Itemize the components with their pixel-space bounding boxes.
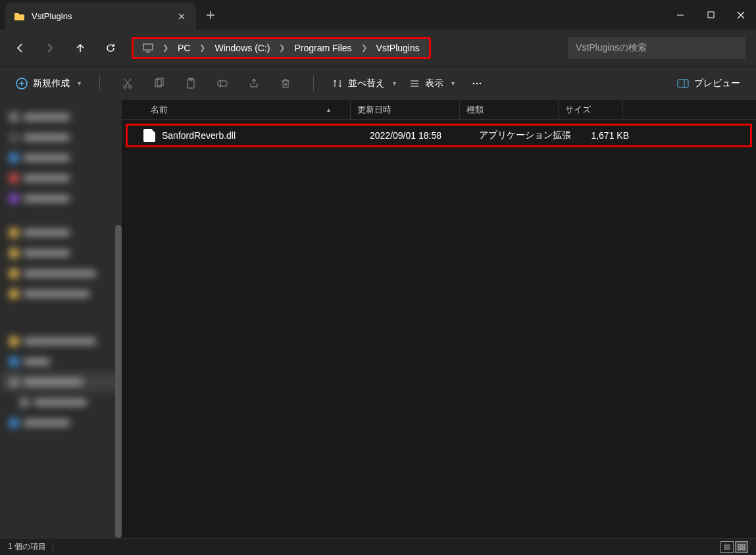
details-view-button[interactable] — [720, 541, 734, 553]
svg-rect-14 — [738, 544, 741, 546]
svg-rect-15 — [742, 544, 745, 546]
breadcrumb-item-pc[interactable]: PC — [172, 43, 195, 53]
titlebar: VstPlugins — [0, 0, 756, 30]
close-button[interactable] — [726, 0, 756, 30]
tab-title: VstPlugins — [32, 11, 170, 21]
sort-icon — [332, 78, 343, 89]
pc-icon — [140, 43, 156, 53]
svg-rect-16 — [738, 548, 741, 550]
sort-button[interactable]: 並べ替え ▾ — [326, 74, 403, 93]
view-button[interactable]: 表示 ▾ — [403, 74, 461, 93]
dll-file-icon — [143, 129, 155, 142]
list-icon — [409, 78, 420, 89]
new-button[interactable]: 新規作成 ▾ — [9, 74, 88, 93]
sidebar[interactable] — [0, 100, 122, 538]
chevron-right-icon: ❯ — [195, 43, 209, 52]
maximize-button[interactable] — [695, 0, 726, 30]
plus-circle-icon — [16, 78, 28, 89]
svg-point-4 — [129, 85, 132, 87]
column-header-name[interactable]: 名前 ▴ — [144, 100, 351, 119]
content: 名前 ▴ 更新日時 種類 サイズ SanfordReverb.dll 2022/… — [0, 100, 756, 538]
folder-icon — [14, 11, 25, 22]
preview-button[interactable]: プレビュー — [670, 74, 747, 93]
chevron-right-icon: ❯ — [159, 43, 172, 52]
sort-label: 並べ替え — [348, 78, 385, 89]
svg-rect-0 — [708, 12, 714, 18]
statusbar: 1 個の項目 — [0, 538, 756, 555]
forward-button[interactable] — [37, 36, 63, 60]
up-button[interactable] — [67, 36, 93, 60]
file-name: SanfordReverb.dll — [162, 130, 363, 141]
toolbar: 新規作成 ▾ 並べ替え ▾ 表示 ▾ プレビュー — [0, 66, 756, 100]
chevron-right-icon: ❯ — [357, 43, 371, 52]
column-header-date[interactable]: 更新日時 — [351, 100, 460, 119]
breadcrumb[interactable]: ❯ PC ❯ Windows (C:) ❯ Program Files ❯ Vs… — [132, 37, 431, 59]
breadcrumb-item-vstplugins[interactable]: VstPlugins — [371, 43, 425, 53]
sort-indicator-icon: ▴ — [327, 106, 330, 113]
svg-rect-13 — [678, 80, 688, 87]
svg-rect-9 — [218, 81, 227, 86]
svg-point-12 — [480, 82, 482, 84]
preview-label: プレビュー — [694, 78, 740, 89]
window-controls — [665, 0, 756, 30]
preview-pane-icon — [677, 79, 689, 88]
file-type: アプリケーション拡張 — [472, 130, 571, 141]
paste-button[interactable] — [180, 73, 201, 94]
separator — [313, 76, 314, 91]
sidebar-scrollbar[interactable] — [115, 225, 122, 538]
thumbnail-view-button[interactable] — [735, 541, 748, 553]
share-button[interactable] — [243, 73, 265, 94]
file-row[interactable]: SanfordReverb.dll 2022/09/01 18:58 アプリケー… — [126, 124, 752, 147]
new-label: 新規作成 — [33, 78, 70, 89]
chevron-down-icon: ▾ — [78, 80, 81, 87]
column-headers: 名前 ▴ 更新日時 種類 サイズ — [122, 100, 756, 120]
column-header-type[interactable]: 種類 — [460, 100, 559, 119]
view-label: 表示 — [425, 78, 443, 89]
separator — [53, 543, 53, 552]
tab-close-button[interactable] — [176, 11, 187, 22]
new-tab-button[interactable] — [196, 0, 225, 30]
svg-point-10 — [473, 82, 475, 84]
file-size: 1,671 KB — [571, 130, 636, 141]
cut-button[interactable] — [117, 73, 138, 94]
more-button[interactable] — [466, 73, 488, 94]
svg-rect-1 — [143, 44, 153, 50]
chevron-right-icon: ❯ — [275, 43, 289, 52]
column-header-size[interactable]: サイズ — [559, 100, 623, 119]
svg-rect-17 — [742, 548, 745, 550]
breadcrumb-item-drive[interactable]: Windows (C:) — [209, 43, 275, 53]
delete-button[interactable] — [275, 73, 296, 94]
search-input[interactable]: VstPluginsの検索 — [568, 37, 745, 59]
rename-button[interactable] — [212, 73, 233, 94]
separator — [99, 76, 100, 91]
chevron-down-icon: ▾ — [393, 80, 396, 87]
back-button[interactable] — [7, 36, 33, 60]
svg-point-3 — [124, 85, 126, 87]
search-placeholder: VstPluginsの検索 — [576, 42, 647, 54]
navbar: ❯ PC ❯ Windows (C:) ❯ Program Files ❯ Vs… — [0, 30, 756, 66]
view-toggles — [720, 541, 748, 553]
file-pane: 名前 ▴ 更新日時 種類 サイズ SanfordReverb.dll 2022/… — [122, 100, 756, 538]
tab-current[interactable]: VstPlugins — [5, 3, 196, 30]
status-count: 1 個の項目 — [8, 541, 46, 552]
minimize-button[interactable] — [665, 0, 695, 30]
refresh-button[interactable] — [97, 36, 124, 60]
chevron-down-icon: ▾ — [451, 80, 455, 87]
file-date: 2022/09/01 18:58 — [363, 130, 472, 141]
copy-button[interactable] — [149, 73, 170, 94]
svg-point-11 — [476, 82, 478, 84]
breadcrumb-item-programfiles[interactable]: Program Files — [289, 43, 357, 53]
